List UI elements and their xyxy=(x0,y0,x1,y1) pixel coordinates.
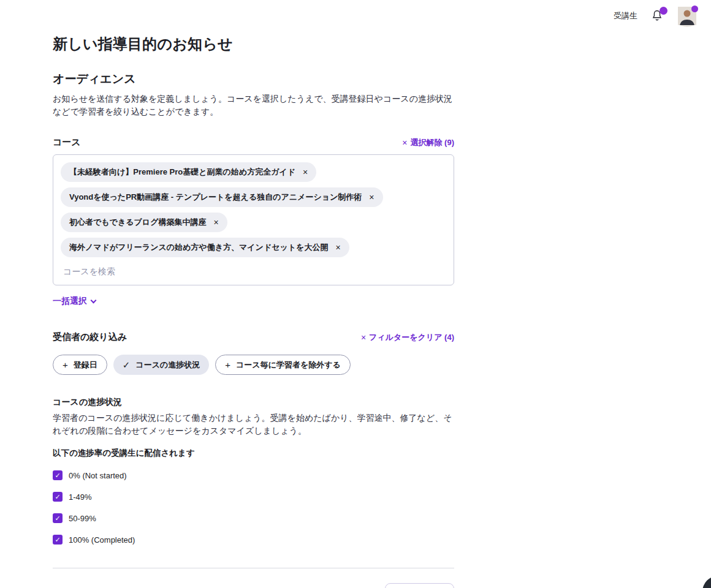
avatar xyxy=(678,17,696,27)
progress-option-label: 1-49% xyxy=(69,492,92,502)
students-link[interactable]: 受講生 xyxy=(614,10,637,21)
filter-pill-exclude-learners[interactable]: + コース毎に学習者を除外する xyxy=(215,355,351,375)
course-select-box[interactable]: 【未経験者向け】Premiere Pro基礎と副業の始め方完全ガイド × Vyo… xyxy=(53,154,454,285)
progress-option-label: 50-99% xyxy=(69,514,96,523)
progress-subheading: 以下の進捗率の受講生に配信されます xyxy=(53,448,454,459)
notification-dot xyxy=(660,7,667,15)
progress-option-1[interactable]: ✓ 1-49% xyxy=(53,492,454,502)
course-chip: 【未経験者向け】Premiere Pro基礎と副業の始め方完全ガイド × xyxy=(61,162,316,182)
progress-option-0[interactable]: ✓ 0% (Not started) xyxy=(53,470,454,480)
audience-heading: オーディエンス xyxy=(53,71,454,87)
plus-icon: + xyxy=(63,360,68,370)
course-chip: 初心者でもできるブログ構築集中講座 × xyxy=(61,213,227,232)
check-icon: ✓ xyxy=(123,360,131,371)
progress-option-label: 100% (Completed) xyxy=(69,535,135,545)
filter-pill-enrollment-date[interactable]: + 登録日 xyxy=(53,355,107,375)
filter-pill-label: コースの進捗状況 xyxy=(135,360,200,371)
clear-filters-link[interactable]: × フィルターをクリア (4) xyxy=(361,332,454,343)
filters-heading: 受信者の絞り込み xyxy=(53,331,127,343)
notifications-button[interactable] xyxy=(651,9,664,23)
checkbox-checked-icon[interactable]: ✓ xyxy=(53,535,63,545)
clear-selection-link[interactable]: × 選択解除 (9) xyxy=(402,137,454,148)
audience-description: お知らせを送信する対象を定義しましょう。コースを選択したうえで、受講登録日やコー… xyxy=(53,92,454,118)
bulk-select-label: 一括選択 xyxy=(53,296,87,307)
user-menu-button[interactable] xyxy=(678,7,696,25)
chevron-down-icon xyxy=(91,298,97,304)
section-divider xyxy=(53,568,454,568)
progress-option-label: 0% (Not started) xyxy=(69,471,127,480)
filters-header-row: 受信者の絞り込み × フィルターをクリア (4) xyxy=(53,331,454,343)
progress-option-2[interactable]: ✓ 50-99% xyxy=(53,513,454,523)
course-chip: 海外ノマドがフリーランスの始め方や働き方、マインドセットを大公開 × xyxy=(61,238,349,257)
checkbox-checked-icon[interactable]: ✓ xyxy=(53,492,63,502)
clear-filters-label: フィルターをクリア (4) xyxy=(369,332,454,343)
content-header-row: コンテンツ プレビュー xyxy=(53,583,454,588)
filter-pill-course-progress[interactable]: ✓ コースの進捗状況 xyxy=(113,355,210,375)
course-chip-label: 初心者でもできるブログ構築集中講座 xyxy=(69,217,206,228)
course-chip-label: 【未経験者向け】Premiere Pro基礎と副業の始め方完全ガイド xyxy=(69,167,295,178)
checkbox-checked-icon[interactable]: ✓ xyxy=(53,470,63,480)
remove-course-icon[interactable]: × xyxy=(303,168,308,176)
course-chip-label: 海外ノマドがフリーランスの始め方や働き方、マインドセットを大公開 xyxy=(69,242,328,253)
plus-icon: + xyxy=(225,360,230,370)
course-header-row: コース × 選択解除 (9) xyxy=(53,137,454,148)
checkbox-checked-icon[interactable]: ✓ xyxy=(53,513,63,523)
status-dot xyxy=(691,6,698,12)
topbar: 受講生 xyxy=(0,0,711,28)
progress-heading: コースの進捗状況 xyxy=(53,397,454,408)
close-icon: × xyxy=(402,138,407,148)
remove-course-icon[interactable]: × xyxy=(213,218,218,227)
progress-option-3[interactable]: ✓ 100% (Completed) xyxy=(53,535,454,545)
course-chip: Vyondを使ったPR動画講座 - テンプレートを超える独自のアニメーション制作… xyxy=(61,187,383,207)
remove-course-icon[interactable]: × xyxy=(335,243,340,252)
remove-course-icon[interactable]: × xyxy=(369,193,374,202)
page-title: 新しい指導目的のお知らせ xyxy=(53,34,454,54)
main-content: 新しい指導目的のお知らせ オーディエンス お知らせを送信する対象を定義しましょう… xyxy=(53,34,454,588)
filter-pill-label: 登録日 xyxy=(74,360,97,371)
close-icon: × xyxy=(361,333,366,342)
course-search-input[interactable] xyxy=(61,263,446,280)
bulk-select-dropdown[interactable]: 一括選択 xyxy=(53,296,96,307)
clear-selection-label: 選択解除 (9) xyxy=(411,137,455,148)
preview-button[interactable]: プレビュー xyxy=(385,583,454,588)
avatar-photo-icon xyxy=(678,17,696,25)
course-chip-label: Vyondを使ったPR動画講座 - テンプレートを超える独自のアニメーション制作… xyxy=(69,192,362,203)
progress-description: 学習者のコースの進捗状況に応じて働きかけましょう。受講を始めたばかり、学習途中、… xyxy=(53,412,454,437)
filter-pill-label: コース毎に学習者を除外する xyxy=(236,360,341,371)
filter-pills: + 登録日 ✓ コースの進捗状況 + コース毎に学習者を除外する xyxy=(53,355,454,375)
course-label: コース xyxy=(53,137,81,148)
chat-widget-bubble[interactable] xyxy=(702,576,711,588)
